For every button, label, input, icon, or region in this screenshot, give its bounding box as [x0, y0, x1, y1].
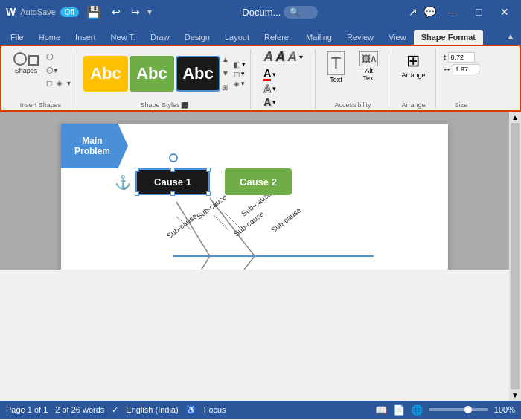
redo-button[interactable]: ↪: [128, 6, 143, 18]
maximize-button[interactable]: □: [470, 4, 488, 19]
alt-text-button[interactable]: 🖼 A AltText: [354, 49, 384, 84]
scroll-up-arrow[interactable]: ▲: [222, 56, 229, 63]
zoom-thumb[interactable]: [464, 406, 472, 413]
title-bar: W AutoSave Off 💾 ↩ ↪ ▾ Docum... 🔍 ↗ 💬 — …: [0, 0, 521, 24]
tab-review[interactable]: Review: [339, 30, 381, 45]
scroll-down-arrow[interactable]: ▼: [222, 70, 229, 77]
cause2-shape[interactable]: Cause 2: [225, 168, 292, 195]
arrange-group-label: Arrange: [401, 100, 425, 109]
svg-line-7: [210, 256, 255, 270]
alt-text-label: AltText: [363, 67, 376, 82]
accessibility-content: T Text 🖼 A AltText: [322, 49, 385, 98]
text-fill-dropdown[interactable]: A▾: [263, 67, 276, 81]
tab-file[interactable]: File: [3, 30, 31, 45]
shape-style-green[interactable]: Abc: [130, 56, 174, 92]
tab-references[interactable]: Refere.: [257, 30, 298, 45]
ribbon-group-arrange: ⊞ Arrange Arrange: [391, 49, 436, 109]
zoom-slider[interactable]: [429, 408, 488, 411]
wordart-scroll[interactable]: ▾: [299, 53, 303, 61]
share-icon[interactable]: ↗: [409, 6, 418, 18]
undo-button[interactable]: ↩: [109, 6, 124, 18]
scroll-down-button[interactable]: ▼: [511, 391, 519, 399]
ribbon-group-shape-styles: Abc Abc Abc ▲ ▼ ⊞ ◧▾ ◻▾ ◈▾ Shape Sty: [79, 49, 251, 109]
tab-insert[interactable]: Insert: [68, 30, 103, 45]
scroll-expand-arrow[interactable]: ⊞: [222, 84, 229, 92]
scroll-up-button[interactable]: ▲: [511, 113, 519, 121]
tab-layout[interactable]: Layout: [217, 30, 257, 45]
save-button[interactable]: 💾: [83, 5, 104, 19]
alt-text-icon: 🖼 A: [359, 51, 378, 66]
shapes-icon: [13, 52, 39, 66]
tab-view[interactable]: View: [381, 30, 414, 45]
view-read-icon[interactable]: 📖: [375, 404, 387, 416]
close-button[interactable]: ✕: [494, 4, 515, 19]
autosave-toggle[interactable]: Off: [60, 7, 79, 17]
height-input[interactable]: [448, 52, 475, 63]
autosave-label: AutoSave: [20, 7, 56, 16]
title-bar-right: ↗ 💬 — □ ✕: [409, 4, 515, 19]
ribbon-collapse-icon[interactable]: ▲: [503, 28, 518, 45]
view-print-icon[interactable]: 📄: [393, 404, 405, 416]
handle-tm: [170, 168, 175, 172]
main-problem-shape[interactable]: MainProblem: [61, 124, 128, 168]
shape-effects-btn[interactable]: ◈: [55, 77, 64, 89]
insert-shapes-content: Shapes ⬡ ⬡▾ ◻ ◈ ▾: [9, 49, 72, 98]
tab-draw[interactable]: Draw: [143, 30, 177, 45]
shapes-button[interactable]: Shapes: [9, 49, 43, 77]
shape-fill-dropdown[interactable]: ◧▾: [234, 60, 246, 69]
tab-design[interactable]: Design: [177, 30, 217, 45]
rotate-handle[interactable]: [169, 153, 178, 162]
handle-bm: [170, 191, 175, 196]
canvas-container: Sub-cause Sub-cause Sub-cause Sub-cause …: [0, 112, 509, 270]
shape-fill-outline: ◧▾ ◻▾ ◈▾: [234, 60, 246, 88]
scroll-thumb[interactable]: [511, 123, 520, 389]
text-button[interactable]: T Text: [322, 49, 351, 86]
focus-label[interactable]: Focus: [204, 405, 226, 414]
arrange-icon: ⊞: [406, 51, 420, 71]
tab-newt[interactable]: New T.: [103, 30, 143, 45]
edit-shape-btn[interactable]: ⬡: [45, 51, 72, 63]
arrange-button[interactable]: ⊞ Arrange: [395, 49, 431, 81]
tab-home[interactable]: Home: [31, 30, 68, 45]
shape-fill-btn[interactable]: ⬡▾: [45, 64, 72, 77]
style-scroll: ▲ ▼ ⊞: [222, 56, 229, 92]
wordart-style-2[interactable]: A: [275, 49, 285, 65]
page-indicator: Page 1 of 1: [6, 405, 48, 414]
shape-styles-expand[interactable]: ⬛: [181, 102, 188, 109]
language-indicator[interactable]: English (India): [126, 405, 178, 414]
wordart-style-3[interactable]: A: [287, 49, 297, 65]
proofing-icon[interactable]: ✓: [112, 405, 118, 415]
shape-outline-btn[interactable]: ◻: [45, 77, 54, 89]
width-input-row: ↔: [442, 64, 479, 74]
search-box[interactable]: 🔍: [284, 6, 318, 19]
width-icon: ↔: [442, 64, 451, 74]
width-input[interactable]: [453, 64, 479, 74]
shape-effects-dropdown[interactable]: ◈▾: [234, 80, 246, 88]
vertical-scrollbar[interactable]: ▲ ▼: [509, 112, 521, 401]
handle-bl: [135, 191, 139, 196]
zoom-level[interactable]: 100%: [494, 405, 515, 414]
shape-scroll-btn[interactable]: ▾: [65, 77, 72, 89]
accessibility-icon[interactable]: ♿: [186, 405, 196, 415]
customize-qat[interactable]: ▾: [147, 7, 152, 17]
text-effects-dropdown[interactable]: A▾: [263, 96, 276, 108]
svg-line-6: [176, 256, 210, 270]
status-bar: Page 1 of 1 2 of 26 words ✓ English (Ind…: [0, 401, 521, 419]
view-web-icon[interactable]: 🌐: [411, 404, 423, 416]
shapes-label: Shapes: [15, 67, 38, 74]
wordart-style-1[interactable]: A: [263, 49, 273, 65]
doc-name: Docum...: [242, 7, 281, 18]
text-outline-dropdown[interactable]: A▾: [263, 83, 276, 95]
shape-outline-dropdown[interactable]: ◻▾: [234, 70, 246, 78]
minimize-button[interactable]: —: [442, 4, 464, 19]
comments-icon[interactable]: 💬: [423, 6, 436, 18]
text-label: Text: [330, 76, 342, 83]
ribbon-group-wordart: A A A ▾ A▾ A▾ A▾ WordArt Styles ⬛: [252, 49, 316, 109]
tab-shape-format[interactable]: Shape Format: [414, 30, 483, 45]
shape-style-yellow[interactable]: Abc: [83, 56, 128, 92]
ribbon-group-insert-shapes: Shapes ⬡ ⬡▾ ◻ ◈ ▾ Insert Shapes: [4, 49, 77, 109]
wordart-content: A A A ▾ A▾ A▾ A▾: [263, 49, 303, 108]
tab-mailings[interactable]: Mailing: [298, 30, 339, 45]
shape-style-dark[interactable]: Abc: [176, 56, 220, 92]
cause1-shape[interactable]: Cause 1: [135, 168, 210, 195]
